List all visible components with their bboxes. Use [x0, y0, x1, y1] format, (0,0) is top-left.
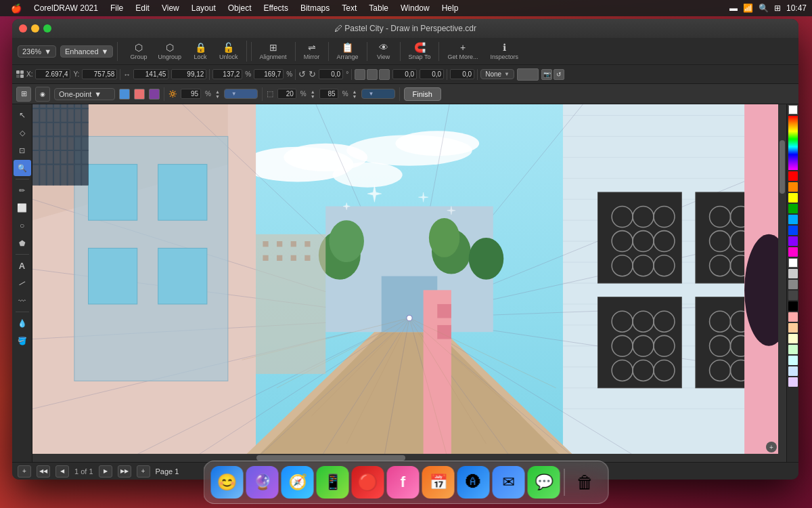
select-tool[interactable]: ↖ [14, 107, 31, 123]
swatch-lightcyan[interactable] [788, 356, 798, 365]
inspectors-button[interactable]: ℹ Inspectors [486, 41, 522, 62]
scrollbar-thumb-v[interactable] [780, 140, 785, 194]
add-page-button[interactable]: + [18, 465, 31, 478]
minimize-button[interactable] [31, 24, 39, 33]
refresh-btn[interactable]: ↺ [554, 69, 564, 80]
fade-input[interactable]: 20 [277, 89, 296, 99]
blue-dropdown[interactable]: ▼ [224, 89, 258, 99]
swatch-mintgreen[interactable] [788, 345, 798, 354]
scrollbar-thumb-h[interactable] [256, 455, 405, 461]
shape-btn3[interactable] [379, 69, 390, 80]
menu-effects[interactable]: Effects [258, 2, 293, 14]
zoom-tool active[interactable]: 🔍 [14, 160, 31, 176]
menu-layout[interactable]: Layout [186, 2, 221, 14]
opacity-input[interactable]: 95 [181, 89, 201, 99]
arrange-button[interactable]: 📋 Arrange [333, 41, 363, 62]
color-fill[interactable] [517, 68, 539, 81]
opacity-spinner[interactable]: ▲ ▼ [215, 89, 220, 99]
circle-tool[interactable]: ○ [14, 217, 31, 234]
persp-color1[interactable] [119, 89, 130, 100]
menu-window[interactable]: Window [395, 2, 435, 14]
dock-fantastical[interactable]: 📅 [422, 466, 455, 499]
menu-view[interactable]: View [156, 2, 185, 14]
coord-x1[interactable]: 0,0 [392, 69, 417, 79]
apple-menu[interactable]: 🍎 [5, 3, 27, 14]
crop-tool[interactable]: ⊡ [14, 142, 31, 158]
swatch-lightgray[interactable] [788, 269, 798, 278]
dock-appstore[interactable]: 🅐 [457, 466, 490, 499]
coord-y1[interactable]: 0,0 [420, 69, 444, 79]
swatch-orange[interactable] [788, 182, 798, 192]
w2-input[interactable]: 137,2 [212, 69, 242, 79]
alignment-button[interactable]: ⊞ Alignment [256, 41, 291, 62]
swatch-black[interactable] [788, 301, 798, 311]
line-tool[interactable]: / [12, 271, 32, 295]
view-button[interactable]: 👁 View [371, 41, 396, 62]
menu-coreldraw[interactable]: CorelDRAW 2021 [28, 2, 104, 14]
finish-button[interactable]: Finish [404, 87, 441, 101]
last-page-button[interactable]: ▶▶ [118, 465, 131, 478]
search-icon[interactable]: 🔍 [759, 3, 769, 13]
swatch-darkgray[interactable] [788, 291, 798, 300]
menu-file[interactable]: File [105, 2, 129, 14]
swatch-salmon[interactable] [788, 312, 798, 322]
shape-btn1[interactable] [355, 69, 365, 80]
zoom-in-canvas-button[interactable]: + [766, 442, 777, 452]
fill-tool[interactable]: 🪣 [14, 333, 31, 349]
canvas-area[interactable]: ✕ [32, 104, 786, 462]
dock-mail[interactable]: ✉ [493, 466, 525, 499]
dock-opera[interactable]: 🔴 [352, 466, 384, 499]
swatch-red[interactable] [788, 171, 798, 181]
maximize-button[interactable] [43, 24, 51, 33]
get-more-button[interactable]: + Get More... [443, 41, 482, 62]
eyedropper-tool[interactable]: 💧 [14, 315, 31, 331]
view-mode-dropdown[interactable]: Enhanced ▼ [60, 45, 113, 58]
grid-input[interactable]: 85 [319, 89, 338, 99]
ungroup-button[interactable]: ⬡ Ungroup [154, 41, 185, 62]
first-page-button[interactable]: ◀◀ [37, 465, 50, 478]
grid-spinner[interactable]: ▲ ▼ [353, 89, 357, 99]
add-page2-button[interactable]: + [137, 465, 150, 478]
dock-siri[interactable]: 🔮 [246, 466, 279, 499]
swatch-lavender[interactable] [788, 377, 798, 387]
width-input[interactable]: 141,45 [133, 69, 168, 79]
swatch-peach[interactable] [788, 323, 798, 333]
dock-messages[interactable]: 💬 [528, 466, 560, 499]
h2-input[interactable]: 169,7 [254, 69, 284, 79]
swatch-cream[interactable] [788, 334, 798, 343]
rainbow-gradient[interactable] [788, 116, 798, 170]
menu-text[interactable]: Text [336, 2, 362, 14]
swatch-pink[interactable] [788, 247, 798, 257]
persp-color2[interactable] [134, 89, 145, 100]
shape-btn2[interactable] [367, 69, 378, 80]
swatch-yellow[interactable] [788, 193, 798, 203]
control-center-icon[interactable]: ⊞ [774, 3, 781, 13]
swatch-white[interactable] [788, 258, 798, 268]
dock-safari[interactable]: 🧭 [281, 466, 314, 499]
perspective-mode-dropdown[interactable]: One-point ▼ [54, 88, 115, 100]
node-tool[interactable]: ◇ [14, 125, 31, 141]
mirror-button[interactable]: ⇌ Mirror [300, 41, 324, 62]
persp-toggle[interactable]: ◉ [35, 87, 50, 102]
dock-facetime[interactable]: 📱 [317, 466, 349, 499]
swatch-gray[interactable] [788, 280, 798, 289]
y-input[interactable]: 757,58 [82, 69, 117, 79]
menu-bitmaps[interactable]: Bitmaps [295, 2, 335, 14]
none-dropdown[interactable]: None ▼ [480, 69, 514, 79]
height-input[interactable]: 99,12 [171, 69, 206, 79]
persp-color3[interactable] [149, 89, 160, 100]
rectangle-tool[interactable]: ⬜ [14, 200, 31, 216]
fade-spinner[interactable]: ▲ ▼ [311, 89, 315, 99]
close-button[interactable] [19, 24, 27, 33]
swatch-violet[interactable] [788, 236, 798, 246]
angle-input[interactable]: 0,0 [319, 69, 343, 79]
group-button[interactable]: ⬡ Group [126, 41, 151, 62]
next-page-button[interactable]: ▶ [99, 465, 112, 478]
swatch-lightblue[interactable] [788, 366, 798, 376]
zoom-dropdown[interactable]: 236% ▼ [18, 45, 56, 58]
swatch-blue[interactable] [788, 226, 798, 235]
snap-to-button[interactable]: 🧲 Snap To [405, 41, 435, 62]
dock-finder[interactable]: 😊 [211, 466, 244, 499]
dock-fontbase[interactable]: f [387, 466, 420, 499]
menu-edit[interactable]: Edit [130, 2, 155, 14]
